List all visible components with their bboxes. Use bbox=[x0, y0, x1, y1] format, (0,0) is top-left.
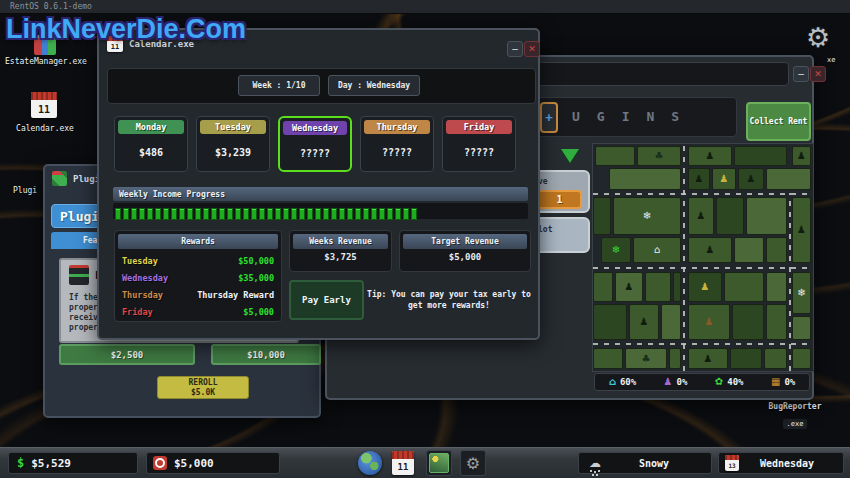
add-plugin-button[interactable]: + bbox=[540, 102, 558, 133]
map-plot[interactable]: ♟ bbox=[792, 146, 811, 166]
map-plot[interactable] bbox=[716, 197, 744, 235]
calendar-desktop-label[interactable]: Calendar.exe bbox=[4, 124, 86, 133]
map-plot[interactable]: ♟ bbox=[688, 237, 732, 263]
progress-segment bbox=[211, 208, 217, 220]
day-card-thursday[interactable]: Thursday????? bbox=[360, 116, 434, 172]
day-display[interactable]: 13 Wednesday bbox=[718, 452, 844, 474]
map-plot[interactable] bbox=[593, 304, 627, 340]
map-plot[interactable] bbox=[766, 168, 811, 190]
week-indicator-chip[interactable]: Week : 1/10 bbox=[238, 75, 320, 96]
map-plot[interactable] bbox=[593, 348, 623, 369]
os-version-title: RentOS 0.6.1-demo bbox=[10, 2, 92, 11]
settings-gear-icon[interactable]: ⚙ bbox=[806, 22, 830, 53]
calendar-close-button[interactable]: ✕ bbox=[524, 41, 540, 57]
map-plot[interactable]: ♟ bbox=[615, 272, 643, 302]
pay-early-button[interactable]: Pay Early bbox=[289, 280, 364, 320]
map-plot[interactable] bbox=[730, 348, 762, 369]
map-plot[interactable]: ♟ bbox=[688, 304, 730, 340]
day-card-value: ????? bbox=[361, 137, 433, 167]
weather-display[interactable]: ☁ Snowy bbox=[578, 452, 712, 474]
map-plot[interactable] bbox=[792, 316, 811, 340]
bug-reporter-icon-label[interactable]: BugReporter .exe bbox=[752, 402, 838, 430]
day-indicator-chip[interactable]: Day : Wednesday bbox=[328, 75, 420, 96]
map-plot[interactable] bbox=[766, 237, 787, 263]
map-plot[interactable]: ♟ bbox=[688, 197, 714, 235]
map-plot[interactable] bbox=[766, 272, 787, 302]
plugin-buy-button-2[interactable]: $10,000 bbox=[211, 344, 321, 365]
map-plot[interactable] bbox=[669, 348, 681, 369]
calendar-minimize-button[interactable]: − bbox=[507, 41, 523, 57]
day-card-monday[interactable]: Monday$486 bbox=[114, 116, 188, 172]
os-top-bar: RentOS 0.6.1-demo bbox=[0, 0, 850, 14]
map-plot[interactable]: ♟ bbox=[738, 168, 764, 190]
sidebar-panel-improve[interactable]: ve 1 bbox=[532, 170, 590, 213]
progress-segment bbox=[299, 208, 305, 220]
map-plot[interactable] bbox=[673, 272, 681, 302]
rewards-header: Rewards bbox=[118, 234, 278, 249]
bug-reporter-line2: .exe bbox=[783, 419, 808, 429]
reroll-button[interactable]: REROLL $5.0K bbox=[157, 376, 249, 399]
wallpaper-icon-chip[interactable] bbox=[426, 450, 452, 476]
map-plot[interactable]: ♟ bbox=[712, 168, 736, 190]
progress-segment bbox=[339, 208, 345, 220]
map-plot[interactable] bbox=[593, 197, 611, 235]
map-minimize-button[interactable]: − bbox=[793, 66, 809, 82]
stat-plant: ✿40% bbox=[715, 377, 744, 387]
map-plot[interactable] bbox=[746, 197, 787, 235]
partial-exe-label: xe bbox=[827, 56, 835, 64]
map-plot[interactable]: ♟ bbox=[688, 272, 722, 302]
day-card-wednesday[interactable]: Wednesday????? bbox=[278, 116, 352, 172]
filter-funnel-icon[interactable] bbox=[561, 149, 579, 163]
map-plot[interactable] bbox=[764, 348, 787, 369]
settings-chip[interactable]: ⚙ bbox=[460, 450, 486, 476]
map-plot[interactable] bbox=[724, 272, 764, 302]
plugin-buy-button-1[interactable]: $2,500 bbox=[59, 344, 195, 365]
map-plot[interactable]: ⌂ bbox=[633, 237, 681, 263]
reward-day-label: Thursday bbox=[122, 290, 163, 300]
snow-cloud-icon: ☁ bbox=[589, 456, 601, 470]
day-card-header: Monday bbox=[118, 120, 184, 134]
sidebar-panel-plot[interactable]: lot bbox=[532, 217, 590, 253]
map-plot[interactable]: ♣ bbox=[637, 146, 681, 166]
city-map[interactable]: ♣♟♟♟♟♟❄♟♟❄⌂♟♟♟❄♟♟♣♟ bbox=[592, 143, 814, 372]
progress-segment bbox=[251, 208, 257, 220]
stat-person: ♟0% bbox=[664, 377, 688, 387]
sidebar-level-button[interactable]: 1 bbox=[537, 190, 582, 209]
reroll-cost: $5.0K bbox=[191, 388, 215, 398]
day-card-tuesday[interactable]: Tuesday$3,239 bbox=[196, 116, 270, 172]
map-plot[interactable]: ❄ bbox=[792, 272, 811, 314]
desktop: RentOS 0.6.1-demo EstateManager.exe 11 C… bbox=[0, 0, 850, 478]
progress-segment bbox=[315, 208, 321, 220]
map-plot[interactable]: ♟ bbox=[629, 304, 659, 340]
map-close-button[interactable]: ✕ bbox=[810, 66, 826, 82]
map-plot[interactable] bbox=[593, 272, 613, 302]
calendar-desktop-icon[interactable]: 11 bbox=[31, 92, 57, 118]
day-card-friday[interactable]: Friday????? bbox=[442, 116, 516, 172]
map-plot[interactable] bbox=[732, 304, 764, 340]
estate-manager-label[interactable]: EstateManager.exe bbox=[0, 57, 92, 66]
progress-segment bbox=[411, 208, 417, 220]
map-plot[interactable]: ❄ bbox=[613, 197, 681, 235]
map-plot[interactable] bbox=[595, 146, 635, 166]
collect-rent-button[interactable]: Collect Rent bbox=[746, 102, 811, 141]
map-plot[interactable]: ♣ bbox=[625, 348, 667, 369]
map-plot[interactable] bbox=[734, 146, 787, 166]
map-plot[interactable] bbox=[766, 304, 787, 340]
plot-icon: ♟ bbox=[705, 317, 714, 327]
globe-icon[interactable] bbox=[358, 451, 382, 475]
plot-icon: ❄ bbox=[797, 288, 805, 298]
map-plot[interactable] bbox=[645, 272, 671, 302]
plot-icon: ♟ bbox=[747, 174, 756, 184]
reward-row-thursday: ThursdayThursday Reward bbox=[115, 286, 281, 303]
map-plot[interactable] bbox=[734, 237, 764, 263]
map-plot[interactable]: ❄ bbox=[601, 237, 631, 263]
taskbar-calendar-icon[interactable]: 11 bbox=[392, 451, 414, 475]
map-plot[interactable]: ♟ bbox=[688, 146, 732, 166]
map-plot[interactable]: ♟ bbox=[688, 168, 710, 190]
map-plot[interactable] bbox=[661, 304, 681, 340]
map-plot[interactable]: ♟ bbox=[792, 197, 811, 263]
map-plot[interactable]: ♟ bbox=[688, 348, 728, 369]
plugin-desktop-label[interactable]: Plugi bbox=[13, 186, 37, 195]
map-plot[interactable] bbox=[609, 168, 681, 190]
map-plot[interactable] bbox=[792, 348, 811, 369]
